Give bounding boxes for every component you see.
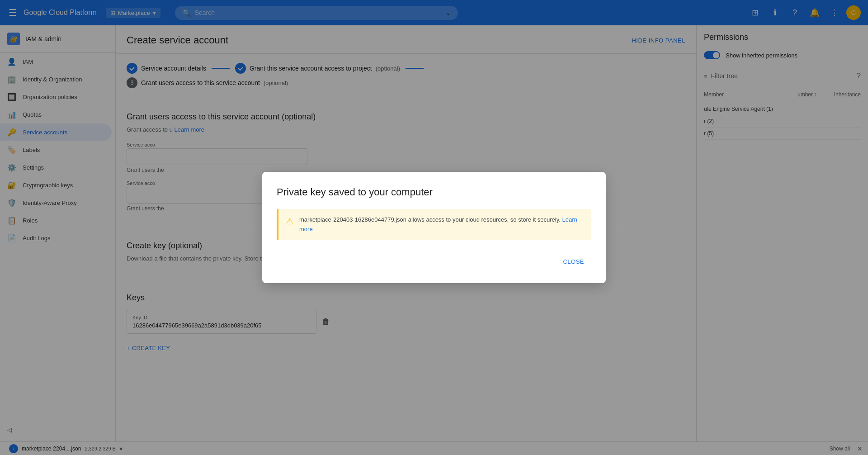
modal-actions: CLOSE — [277, 255, 591, 269]
modal-warning-box: ⚠ marketplace-220403-16286e044779.json a… — [277, 209, 591, 241]
modal-title: Private key saved to your computer — [277, 186, 591, 198]
warning-text: marketplace-220403-16286e044779.json all… — [299, 215, 584, 234]
warning-icon: ⚠ — [286, 216, 294, 227]
modal-dialog: Private key saved to your computer ⚠ mar… — [262, 172, 606, 284]
modal-close-button[interactable]: CLOSE — [556, 255, 591, 269]
modal-overlay: Private key saved to your computer ⚠ mar… — [0, 0, 868, 455]
